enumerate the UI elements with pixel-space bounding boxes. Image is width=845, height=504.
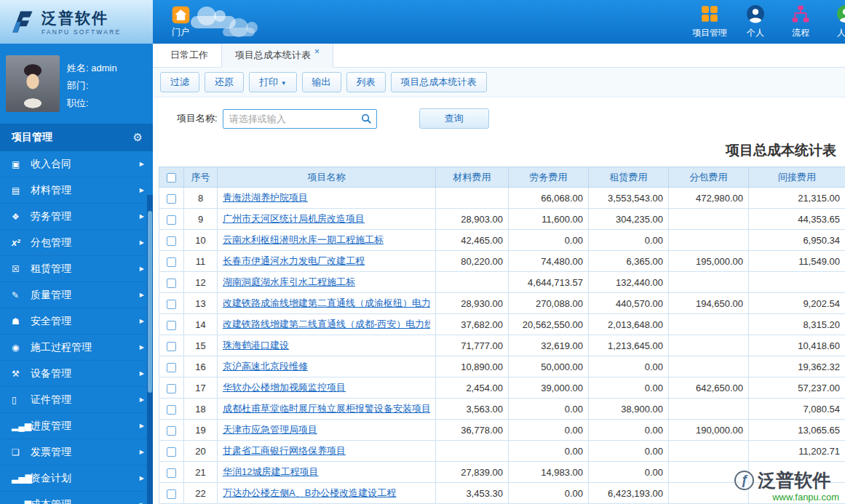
sidebar-scrollbar[interactable] xyxy=(147,195,153,504)
column-header[interactable]: 间接费用 xyxy=(749,167,845,188)
cost-cell: 36,778.00 xyxy=(436,420,509,441)
sidebar-item-7[interactable]: ◉施工过程管理▶ xyxy=(0,335,153,361)
toolbar-button-0[interactable]: 过滤 xyxy=(160,72,199,92)
table-row: 10云南水利枢纽潜明水库一期工程施工标42,465.000.000.006,95… xyxy=(159,230,845,251)
cost-cell: 8,315.20 xyxy=(749,314,845,335)
row-checkbox[interactable] xyxy=(167,257,176,267)
sidebar-item-8[interactable]: ⚒设备管理▶ xyxy=(0,361,153,387)
query-button[interactable]: 查询 xyxy=(419,108,489,129)
row-checkbox[interactable] xyxy=(167,384,176,393)
scrollbar-thumb[interactable] xyxy=(148,211,152,393)
sidebar-item-9[interactable]: ▯证件管理▶ xyxy=(0,387,153,413)
cost-cell xyxy=(436,441,509,462)
cost-cell: 38,900.00 xyxy=(589,399,669,420)
column-header[interactable]: 租赁费用 xyxy=(589,167,669,188)
fanpu-logo-icon xyxy=(7,7,36,36)
cart-icon: ▤ xyxy=(12,185,31,196)
project-link[interactable]: 珠海鹤港口建设 xyxy=(223,339,430,352)
column-header[interactable]: 劳务费用 xyxy=(509,167,589,188)
project-link[interactable]: 华软办公楼增加视频监控项目 xyxy=(223,381,430,394)
toolbar-button-2[interactable]: 打印 ▼ xyxy=(249,72,297,92)
search-icon[interactable] xyxy=(361,113,372,127)
column-header[interactable]: 分包费用 xyxy=(669,167,749,188)
project-link[interactable]: 华润12城房建工程项目 xyxy=(223,465,430,479)
gear-icon[interactable]: ⚙ xyxy=(133,131,143,144)
sidebar-item-label: 发票管理 xyxy=(31,446,140,459)
sidebar-item-12[interactable]: ▃▅▇资金计划▶ xyxy=(0,465,153,492)
wrench-icon: ⚒ xyxy=(12,369,31,379)
table-row: 9广州市天河区统计局机房改造项目28,903.0011,600.00304,23… xyxy=(159,209,845,230)
row-checkbox[interactable] xyxy=(167,468,176,478)
invoice-icon: ❏ xyxy=(12,447,31,457)
sidebar-item-11[interactable]: ❏发票管理▶ xyxy=(0,439,153,465)
project-link[interactable]: 湖南洞庭湖水库引水工程施工标 xyxy=(223,276,430,289)
cost-cell: 21,315.00 xyxy=(749,188,845,209)
row-checkbox[interactable] xyxy=(167,363,176,372)
cost-chart-icon: ▁▄▇ xyxy=(12,500,31,504)
cost-cell: 71,777.00 xyxy=(436,335,509,356)
top-nav-grid[interactable]: 项目管理 xyxy=(692,4,727,39)
chevron-right-icon: ▶ xyxy=(140,423,144,429)
toolbar-button-1[interactable]: 还原 xyxy=(205,72,244,92)
chevron-right-icon: ▶ xyxy=(140,265,144,272)
sidebar-item-4[interactable]: ☒租赁管理▶ xyxy=(0,256,153,282)
table-row: 17华软办公楼增加视频监控项目2,454.0039,000.000.00642,… xyxy=(159,377,845,399)
row-checkbox[interactable] xyxy=(167,236,176,246)
top-nav-flow[interactable]: 流程 xyxy=(784,4,817,39)
row-checkbox[interactable] xyxy=(167,194,176,204)
cost-cell: 6,365.00 xyxy=(589,251,669,272)
sidebar-item-0[interactable]: ▣收入合同▶ xyxy=(0,151,153,177)
cost-cell: 32,619.00 xyxy=(509,335,589,356)
project-link[interactable]: 长春市伊通河水力发电厂改建工程 xyxy=(223,255,430,268)
column-header[interactable]: 项目名称 xyxy=(218,167,436,188)
sidebar-item-13[interactable]: ▁▄▇成本管理▼ xyxy=(0,492,153,504)
row-checkbox[interactable] xyxy=(167,489,176,499)
sidebar-item-label: 收入合同 xyxy=(31,158,140,171)
column-header[interactable]: 材料费用 xyxy=(436,167,509,188)
project-link[interactable]: 天津市应急管理局项目 xyxy=(223,423,430,436)
project-link[interactable]: 云南水利枢纽潜明水库一期工程施工标 xyxy=(223,233,430,247)
project-link[interactable]: 广州市天河区统计局机房改造项目 xyxy=(223,212,430,225)
tab-0[interactable]: 日常工作 xyxy=(157,44,221,67)
project-link[interactable]: 甘肃省工商银行网络保养项目 xyxy=(223,444,430,457)
edit-icon: ✎ xyxy=(12,290,31,300)
row-checkbox[interactable] xyxy=(167,321,176,330)
sidebar-item-2[interactable]: ❖劳务管理▶ xyxy=(0,204,153,230)
row-checkbox[interactable] xyxy=(167,342,176,351)
close-icon[interactable]: × xyxy=(314,47,320,57)
project-name-input[interactable] xyxy=(223,109,377,129)
row-checkbox[interactable] xyxy=(167,426,176,436)
row-checkbox[interactable] xyxy=(167,300,176,309)
tab-1[interactable]: 项目总成本统计表× xyxy=(221,44,333,68)
cost-cell xyxy=(669,209,749,230)
cost-cell xyxy=(669,230,749,251)
row-checkbox[interactable] xyxy=(167,279,176,288)
row-checkbox[interactable] xyxy=(167,447,176,457)
top-nav-person-green[interactable]: 人事 xyxy=(829,4,845,39)
column-header[interactable]: 序号 xyxy=(184,167,218,188)
cost-cell xyxy=(669,441,749,462)
sidebar-item-3[interactable]: x²分包管理▶ xyxy=(0,230,153,256)
top-nav-label: 人事 xyxy=(837,27,845,39)
toolbar-button-3[interactable]: 输出 xyxy=(302,72,341,92)
project-link[interactable]: 改建铁路线增建第二线直通线（成都-西安）电力线 xyxy=(223,318,430,331)
project-link[interactable]: 万达办公楼左侧A、B办公楼改造建设工程 xyxy=(223,487,430,500)
project-link[interactable]: 青海洪湖养护院项目 xyxy=(223,191,430,204)
project-link[interactable]: 改建铁路成渝线增建第二直通线（成渝枢纽）电力线 xyxy=(223,297,430,310)
toolbar-button-5[interactable]: 项目总成本统计表 xyxy=(391,72,487,92)
row-seq: 18 xyxy=(184,399,218,420)
select-all-checkbox[interactable] xyxy=(167,173,176,183)
row-checkbox[interactable] xyxy=(167,405,176,415)
toolbar: 过滤还原打印 ▼输出列表项目总成本统计表 xyxy=(153,68,845,97)
sidebar-item-10[interactable]: ▂▄▆进度管理▶ xyxy=(0,413,153,439)
sidebar-item-5[interactable]: ✎质量管理▶ xyxy=(0,282,153,308)
avatar[interactable] xyxy=(6,55,60,112)
project-link[interactable]: 京沪高速北京段维修 xyxy=(223,360,430,373)
sidebar-section-project-management[interactable]: 项目管理 ⚙ xyxy=(0,124,153,151)
top-nav-person[interactable]: 个人 xyxy=(739,4,772,39)
sidebar-item-6[interactable]: ☗安全管理▶ xyxy=(0,308,153,335)
sidebar-item-1[interactable]: ▤材料管理▶ xyxy=(0,177,153,204)
row-checkbox[interactable] xyxy=(167,215,176,225)
toolbar-button-4[interactable]: 列表 xyxy=(346,72,386,92)
project-link[interactable]: 成都杜甫草堂临时展厅独立展柜报警设备安装项目 xyxy=(223,402,430,415)
